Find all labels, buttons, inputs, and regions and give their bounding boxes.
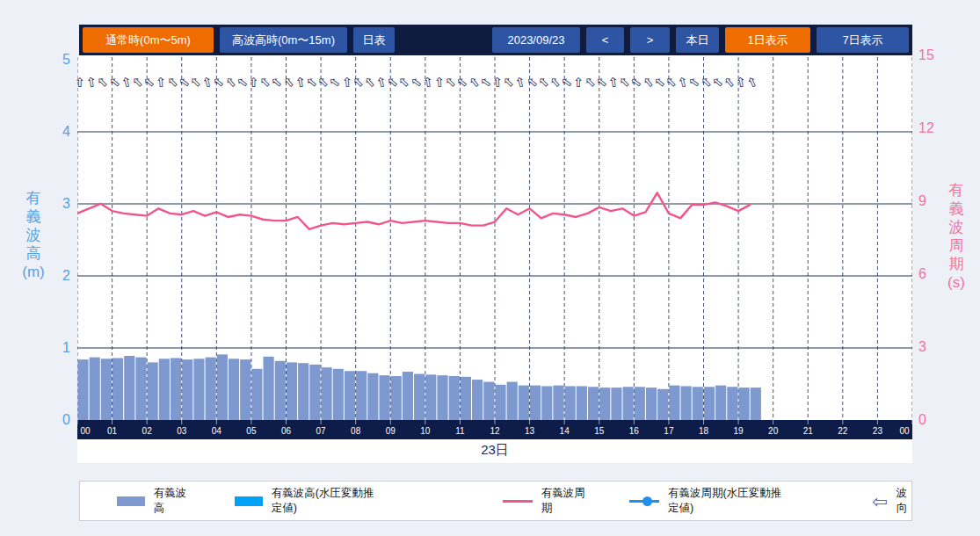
- x-axis-hour-label: 02: [142, 426, 153, 436]
- x-axis-hour-label: 07: [316, 426, 327, 436]
- wave-height-bar: [693, 387, 703, 420]
- wave-height-bar: [113, 358, 123, 420]
- right-axis-tick: 15: [918, 47, 955, 64]
- x-axis-hour-label: 16: [629, 426, 640, 436]
- x-axis-hour-label: 19: [734, 426, 744, 436]
- wave-height-bar: [379, 375, 389, 420]
- day-table-button[interactable]: 日表: [353, 27, 395, 53]
- wave-height-bar: [704, 387, 715, 420]
- x-axis-hour-label: 11: [455, 426, 465, 436]
- left-axis-tick: 0: [33, 411, 70, 429]
- left-axis-tick: 4: [33, 123, 70, 141]
- x-axis-hour-label: 00: [899, 426, 910, 436]
- wave-height-bar: [403, 372, 413, 420]
- wave-height-bar: [171, 358, 181, 420]
- right-axis-tick: 0: [918, 411, 955, 429]
- wave-chart-app: 通常時(0m〜5m)高波高時(0m〜15m)日表2023/09/23<>本日1日…: [0, 0, 980, 536]
- wave-height-bar: [425, 374, 436, 420]
- wave-height-bar: [275, 361, 286, 420]
- wave-height-bar: [588, 387, 599, 420]
- x-axis-hour-label: 12: [490, 426, 500, 436]
- legend-wave-period-estimated-label: 有義波周期(水圧変動推定値): [668, 486, 786, 516]
- wave-height-bar: [715, 386, 726, 420]
- legend-wave-direction: ⇦波向: [872, 486, 911, 516]
- view-7day-button[interactable]: 7日表示: [817, 27, 909, 53]
- x-axis-hour-label: 05: [246, 426, 257, 436]
- x-axis-hour-label: 01: [107, 426, 118, 436]
- x-axis-hour-label: 18: [699, 426, 709, 436]
- wave-height-bar: [472, 380, 483, 420]
- wave-height-bar: [193, 359, 204, 420]
- wave-height-bar: [414, 374, 425, 420]
- wave-height-bar: [646, 388, 657, 420]
- legend-wave-height: 有義波高: [117, 486, 191, 516]
- wave-height-bar: [751, 388, 761, 420]
- wave-height-bar: [240, 359, 250, 420]
- high-range-button[interactable]: 高波高時(0m〜15m): [220, 27, 347, 53]
- legend-wave-direction-label: 波向: [897, 486, 911, 516]
- wave-height-bar: [449, 376, 460, 420]
- left-axis-title: 有 義 波 高 (m): [16, 189, 51, 281]
- legend-wave-height-estimated: 有義波高(水圧変動推定値): [235, 486, 380, 516]
- x-axis-hour-label: 15: [594, 426, 605, 436]
- wave-height-bar: [229, 359, 239, 420]
- wave-height-bar: [541, 386, 552, 420]
- wave-height-bar: [437, 375, 447, 420]
- x-axis-hour-label: 08: [351, 426, 361, 436]
- x-axis-hour-label: 14: [560, 426, 570, 436]
- normal-range-button[interactable]: 通常時(0m〜5m): [83, 27, 214, 53]
- x-axis-hour-label: 23: [873, 426, 883, 436]
- wave-height-bar: [367, 373, 378, 420]
- left-axis-tick: 5: [33, 51, 70, 69]
- wave-height-bar: [309, 365, 320, 420]
- wave-height-bar: [599, 388, 610, 420]
- x-axis-hour-label: 09: [386, 426, 396, 436]
- wave-height-bar: [251, 369, 262, 420]
- wave-height-bar: [727, 387, 737, 420]
- wave-direction-legend-icon: ⇦: [872, 492, 888, 511]
- x-axis-hour-label: 17: [664, 426, 674, 436]
- next-day-button[interactable]: >: [630, 27, 670, 53]
- wave-height-bar: [507, 382, 518, 420]
- wave-height-bar: [519, 386, 529, 420]
- wave-height-bar: [483, 382, 494, 420]
- legend-wave-period-estimated-line: [629, 500, 659, 503]
- wave-height-bar: [264, 357, 274, 420]
- legend-wave-height-label: 有義波高: [154, 486, 191, 516]
- legend-wave-height-swatch: [117, 496, 145, 506]
- wave-height-bar: [681, 386, 692, 420]
- view-1day-button[interactable]: 1日表示: [725, 27, 810, 53]
- x-axis-hour-label: 04: [212, 426, 222, 436]
- wave-height-bar: [333, 369, 344, 420]
- x-axis-day-label: 23日: [77, 442, 912, 459]
- wave-height-bar: [577, 386, 587, 420]
- wave-height-bar: [287, 362, 297, 420]
- today-button[interactable]: 本日: [676, 27, 719, 53]
- legend-wave-period-estimated: 有義波周期(水圧変動推定値): [629, 486, 786, 516]
- wave-height-bar: [565, 386, 576, 420]
- wave-height-bar: [159, 359, 170, 420]
- wave-height-bar: [391, 376, 402, 420]
- legend-wave-period-line: [503, 500, 533, 503]
- date-display-button[interactable]: 2023/09/23: [492, 27, 580, 53]
- wave-height-bar: [148, 362, 158, 420]
- x-axis-hour-label: 03: [177, 426, 187, 436]
- wave-height-bar: [553, 386, 563, 420]
- wave-height-bar: [635, 387, 645, 420]
- wave-height-bar: [461, 377, 471, 420]
- wave-period-line: [77, 192, 750, 229]
- x-axis-hour-label: 21: [803, 426, 814, 436]
- legend-wave-height-estimated-label: 有義波高(水圧変動推定値): [272, 486, 380, 516]
- legend-wave-period-label: 有義波周期: [541, 486, 587, 516]
- wave-height-bar: [738, 388, 749, 420]
- wave-height-bar: [90, 358, 100, 420]
- wave-height-bar: [101, 359, 112, 420]
- wave-height-bar: [657, 389, 668, 420]
- legend-wave-height-estimated-swatch: [235, 496, 263, 506]
- right-axis-tick: 3: [918, 338, 955, 356]
- right-axis-title: 有 義 波 周 期 (s): [939, 181, 974, 292]
- wave-height-bar: [356, 371, 367, 420]
- wave-height-bar: [623, 387, 634, 420]
- prev-day-button[interactable]: <: [586, 27, 624, 53]
- wave-height-bar: [217, 354, 228, 420]
